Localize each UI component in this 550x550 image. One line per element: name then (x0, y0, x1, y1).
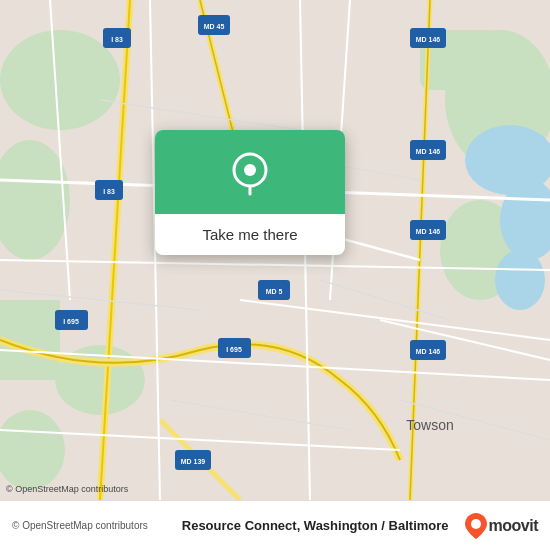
svg-text:MD 146: MD 146 (416, 348, 441, 355)
location-popup[interactable]: Take me there (155, 130, 345, 255)
svg-text:© OpenStreetMap contributors: © OpenStreetMap contributors (6, 484, 129, 494)
svg-text:MD 146: MD 146 (416, 228, 441, 235)
svg-text:I 83: I 83 (103, 188, 115, 195)
svg-text:I 695: I 695 (226, 346, 242, 353)
svg-text:Towson: Towson (406, 417, 453, 433)
svg-text:MD 146: MD 146 (416, 148, 441, 155)
svg-text:MD 139: MD 139 (181, 458, 206, 465)
svg-text:MD 5: MD 5 (266, 288, 283, 295)
bottom-bar: © OpenStreetMap contributors Resource Co… (0, 500, 550, 550)
svg-text:I 83: I 83 (111, 36, 123, 43)
map-pin-icon (228, 152, 272, 196)
moovit-brand-text: moovit (489, 517, 538, 535)
attribution-text: © OpenStreetMap contributors (12, 520, 148, 531)
map-area[interactable]: I 83 I 83 I 695 I 695 MD 45 MD 5 MD 146 … (0, 0, 550, 500)
svg-text:I 695: I 695 (63, 318, 79, 325)
svg-point-61 (244, 164, 256, 176)
svg-text:MD 146: MD 146 (416, 36, 441, 43)
moovit-pin-icon (465, 513, 487, 539)
svg-point-11 (495, 250, 545, 310)
svg-point-1 (0, 30, 120, 130)
popup-icon-area (155, 130, 345, 214)
svg-point-62 (471, 519, 481, 529)
svg-text:MD 45: MD 45 (204, 23, 225, 30)
app-title: Resource Connect, Washington / Baltimore (182, 518, 449, 533)
take-me-there-button[interactable]: Take me there (186, 214, 313, 255)
moovit-logo: moovit (465, 513, 538, 539)
